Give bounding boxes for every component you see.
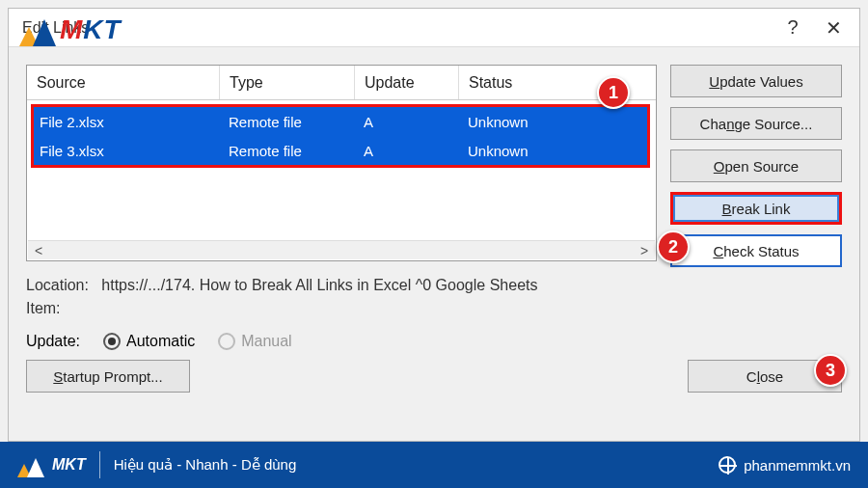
brand-footer: MKT Hiệu quả - Nhanh - Dễ dùng phanmemmk… — [0, 442, 868, 488]
mkt-mountain-icon — [19, 14, 56, 46]
item-label: Item: — [26, 300, 61, 316]
cell-source: File 2.xlsx — [34, 114, 223, 130]
horizontal-scrollbar[interactable]: < > — [28, 240, 655, 259]
scroll-left-icon[interactable]: < — [28, 243, 49, 258]
edit-links-dialog: Edit Links ? ✕ Source Type Update Status… — [8, 8, 860, 442]
annotation-badge-1: 1 — [597, 76, 630, 109]
footer-site: phanmemmkt.vn — [744, 457, 851, 474]
mkt-footer-icon — [17, 452, 46, 477]
footer-slogan: Hiệu quả - Nhanh - Dễ dùng — [114, 456, 297, 474]
cell-type: Remote file — [223, 114, 358, 130]
annotation-badge-3: 3 — [814, 354, 847, 387]
list-row[interactable]: File 2.xlsx Remote file A Unknown — [34, 107, 647, 136]
links-list[interactable]: Source Type Update Status File 2.xlsx Re… — [26, 65, 657, 261]
list-row[interactable]: File 3.xlsx Remote file A Unknown — [34, 136, 647, 165]
location-label: Location: — [26, 277, 89, 293]
mkt-watermark-logo: MKT — [19, 14, 122, 46]
radio-selected-icon — [103, 333, 121, 350]
annotation-badge-2: 2 — [657, 230, 690, 263]
scroll-right-icon[interactable]: > — [634, 243, 655, 258]
cell-type: Remote file — [223, 143, 358, 159]
footer-brand: MKT — [52, 456, 86, 474]
open-source-button[interactable]: Open Source — [670, 149, 842, 182]
list-empty-area — [27, 170, 656, 239]
update-manual-radio[interactable]: Manual — [218, 333, 291, 350]
startup-prompt-button[interactable]: Startup Prompt... — [26, 360, 190, 393]
radio-unselected-icon — [218, 333, 235, 350]
col-type[interactable]: Type — [220, 66, 355, 99]
col-update[interactable]: Update — [355, 66, 459, 99]
titlebar: Edit Links ? ✕ — [9, 9, 859, 47]
help-button[interactable]: ? — [773, 9, 813, 47]
globe-icon — [719, 456, 736, 474]
cell-status: Unknown — [462, 143, 647, 159]
close-window-button[interactable]: ✕ — [813, 9, 854, 47]
dialog-title: Edit Links — [14, 19, 773, 37]
check-status-button[interactable]: Check Status — [670, 234, 842, 267]
update-values-button[interactable]: Update Values — [670, 65, 842, 97]
selected-rows-highlight: File 2.xlsx Remote file A Unknown File 3… — [31, 104, 650, 168]
cell-status: Unknown — [462, 114, 647, 130]
change-source-button[interactable]: Change Source... — [670, 107, 842, 140]
cell-update: A — [358, 114, 462, 130]
col-source[interactable]: Source — [27, 66, 220, 99]
list-header: Source Type Update Status — [27, 66, 656, 100]
cell-update: A — [358, 143, 462, 159]
cell-source: File 3.xlsx — [34, 143, 223, 159]
update-label: Update: — [26, 333, 80, 350]
break-link-button[interactable]: Break Link — [670, 192, 842, 225]
location-value: https://.../174. How to Break All Links … — [101, 277, 537, 293]
update-automatic-radio[interactable]: Automatic — [103, 333, 195, 350]
